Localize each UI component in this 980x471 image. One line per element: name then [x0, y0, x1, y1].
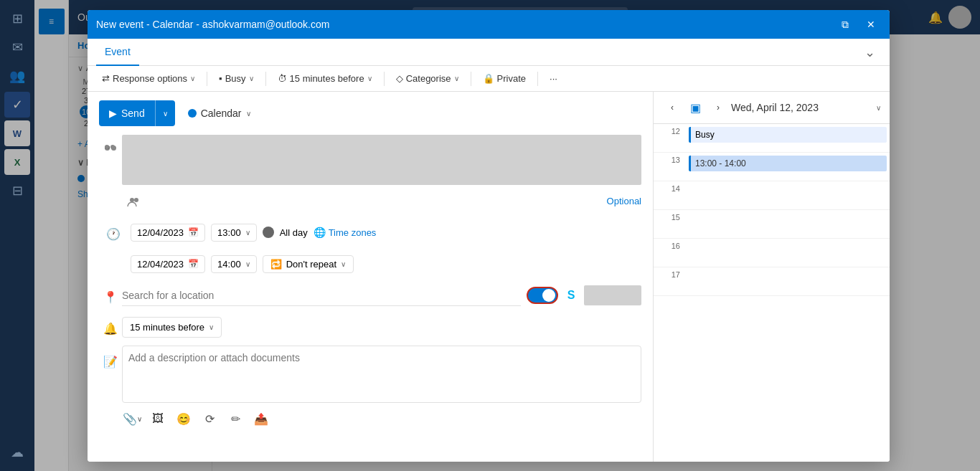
lock-icon: 🔒	[483, 73, 494, 84]
send-chevron-button[interactable]: ∨	[156, 104, 175, 123]
slot-13-content: 13:00 - 14:00	[686, 153, 890, 181]
svg-point-5	[130, 198, 134, 202]
clock-icon: 🕐	[102, 222, 125, 245]
reminder-toolbar-button[interactable]: ⏱ 15 minutes before ∨	[272, 70, 378, 87]
time-17-label: 17	[654, 267, 686, 295]
attach-button[interactable]: 📎 ∨	[122, 409, 142, 429]
today-button[interactable]: ▣	[685, 97, 705, 118]
location-extra-btn[interactable]	[584, 285, 641, 305]
slot-17-content	[686, 267, 890, 295]
response-options-icon: ⇄	[102, 73, 110, 84]
toolbar: ⇄ Response options ∨ ▪ Busy ∨ ⏱ 15 minut…	[88, 66, 890, 92]
close-button[interactable]: ✕	[861, 14, 881, 34]
tabs-bar: Event ⌄	[88, 39, 890, 66]
globe-icon: 🌐	[314, 227, 326, 238]
date-chevron-down-icon[interactable]: ∨	[876, 104, 881, 112]
loop-button[interactable]: ⟳	[199, 409, 220, 429]
location-row: 📍 S	[99, 282, 641, 308]
repeat-icon: 🔁	[270, 259, 282, 270]
busy-icon: ▪	[219, 73, 222, 84]
svg-point-3	[105, 145, 109, 149]
modal-titlebar: New event - Calendar - ashokvarmam@outlo…	[88, 10, 890, 39]
event-title-input[interactable]	[122, 135, 641, 185]
end-time-chevron: ∨	[245, 260, 250, 268]
busy-chevron-icon: ∨	[249, 75, 254, 82]
response-options-button[interactable]: ⇄ Response options ∨	[96, 70, 201, 87]
draw-button[interactable]: ✏	[225, 409, 245, 429]
teams-toggle[interactable]	[527, 287, 558, 304]
reminder-chevron-icon: ∨	[367, 75, 372, 82]
send-main[interactable]: ▶ Send	[99, 102, 155, 125]
slot-12-content: Busy	[686, 124, 890, 152]
scheduled-event: 13:00 - 14:00	[689, 156, 887, 171]
toolbar-sep-4	[471, 72, 471, 86]
timezone-button[interactable]: 🌐 Time zones	[314, 227, 377, 238]
day-view: 12 Busy 13 13:00 - 14:00 14 15	[654, 124, 890, 462]
end-date-input[interactable]: 12/04/2023 📅	[131, 255, 205, 273]
location-icon: 📍	[99, 285, 122, 308]
description-textarea[interactable]	[122, 346, 641, 403]
optional-link[interactable]: Optional	[607, 196, 641, 206]
time-slot-14: 14	[654, 181, 890, 210]
repeat-chevron-icon: ∨	[341, 260, 346, 268]
event-tab[interactable]: Event	[96, 39, 139, 66]
notes-icon: 📝	[99, 348, 122, 371]
share-icon: 📤	[254, 412, 268, 426]
time-slot-15: 15	[654, 210, 890, 239]
next-day-button[interactable]: ›	[708, 97, 728, 118]
action-bar: ▶ Send ∨ Calendar ∨	[99, 100, 641, 126]
send-arrow-icon: ▶	[109, 108, 117, 119]
location-buttons: S	[527, 285, 641, 305]
attach-chevron: ∨	[137, 415, 142, 423]
time-12-label: 12	[654, 124, 686, 152]
calendar-selector-button[interactable]: Calendar ∨	[181, 103, 258, 123]
categorise-icon: ◇	[396, 73, 403, 84]
start-time-select[interactable]: 13:00 ∨	[211, 224, 257, 242]
reminder-icon: ⏱	[278, 73, 287, 84]
send-button[interactable]: ▶ Send ∨	[99, 100, 175, 126]
share-button[interactable]: 📤	[251, 409, 271, 429]
more-options-button[interactable]: ···	[544, 70, 563, 87]
start-date-input[interactable]: 12/04/2023 📅	[131, 224, 205, 242]
modal-title: New event - Calendar - ashokvarmam@outlo…	[96, 19, 329, 30]
location-input[interactable]	[122, 285, 521, 306]
time-slot-12: 12 Busy	[654, 124, 890, 153]
allday-toggle-dot	[263, 227, 274, 238]
people-title-icon	[99, 138, 122, 161]
time-15-label: 15	[654, 210, 686, 238]
time-13-label: 13	[654, 153, 686, 181]
right-panel-header: ‹ ▣ › Wed, April 12, 2023 ∨	[654, 92, 890, 124]
image-button[interactable]: 🖼	[148, 409, 168, 429]
bell-icon: 🔔	[99, 317, 122, 340]
calendar-small-icon-2: 📅	[188, 259, 199, 269]
time-16-label: 16	[654, 239, 686, 267]
expand-icon[interactable]: ⌄	[864, 44, 875, 60]
private-button[interactable]: 🔒 Private	[477, 70, 532, 87]
busy-button[interactable]: ▪ Busy ∨	[213, 70, 260, 87]
categorise-button[interactable]: ◇ Categorise ∨	[390, 70, 465, 87]
prev-day-button[interactable]: ‹	[662, 97, 682, 118]
pen-icon: ✏	[231, 412, 240, 426]
right-panel: ‹ ▣ › Wed, April 12, 2023 ∨ 12 Busy 13 1	[653, 92, 890, 462]
emoji-icon: 😊	[176, 412, 191, 426]
emoji-button[interactable]: 😊	[174, 409, 194, 429]
end-time-select[interactable]: 14:00 ∨	[211, 255, 257, 273]
popout-button[interactable]: ⧉	[835, 14, 855, 34]
svg-point-4	[110, 145, 115, 149]
clock-spacer	[102, 254, 125, 277]
form-area: ▶ Send ∨ Calendar ∨	[88, 92, 653, 462]
toolbar-sep-1	[207, 72, 207, 86]
dont-repeat-button[interactable]: 🔁 Don't repeat ∨	[263, 255, 354, 273]
response-chevron-icon: ∨	[190, 75, 195, 82]
reminder-select[interactable]: 15 minutes before ∨	[122, 317, 222, 338]
skype-s-icon: S	[567, 289, 575, 302]
start-datetime-row: 🕐 12/04/2023 📅 13:00 ∨ All day 🌐 Time zo…	[99, 219, 641, 245]
slot-15-content	[686, 210, 890, 238]
paperclip-icon: 📎	[123, 412, 137, 426]
skype-icon[interactable]: S	[561, 285, 581, 305]
calendar-chevron-icon: ∨	[246, 110, 251, 118]
calendar-small-icon: 📅	[188, 227, 199, 237]
toolbar-sep-2	[265, 72, 266, 86]
title-row	[99, 135, 641, 185]
description-row: 📝	[99, 346, 641, 403]
